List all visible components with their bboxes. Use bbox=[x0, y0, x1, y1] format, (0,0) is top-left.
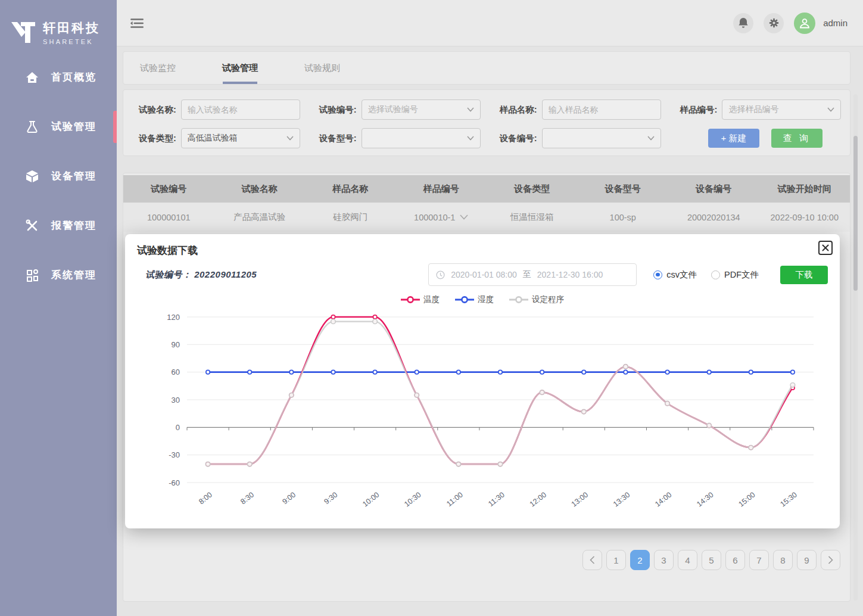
svg-text:13:30: 13:30 bbox=[612, 490, 631, 508]
sidebar-item-experiment[interactable]: 试验管理 bbox=[0, 102, 117, 151]
svg-text:12:00: 12:00 bbox=[528, 490, 548, 508]
legend-humidity[interactable]: 湿度 bbox=[455, 294, 494, 305]
sidebar-item-home[interactable]: 首页概览 bbox=[0, 52, 117, 102]
tab-experiment-manage[interactable]: 试验管理 bbox=[221, 52, 259, 84]
scrollbar-thumb[interactable] bbox=[853, 136, 858, 291]
next-page-button[interactable] bbox=[821, 550, 840, 570]
chevron-down-icon bbox=[467, 107, 474, 112]
svg-text:14:00: 14:00 bbox=[653, 490, 673, 508]
sample-no-label: 样品编号: bbox=[680, 104, 718, 116]
svg-text:90: 90 bbox=[172, 340, 180, 349]
legend-set-program[interactable]: 设定程序 bbox=[509, 294, 564, 305]
col-header: 设备类型 bbox=[487, 183, 578, 195]
settings-gear-button[interactable] bbox=[764, 13, 784, 33]
row-expand-chevron-icon[interactable] bbox=[460, 214, 468, 220]
col-header: 样品编号 bbox=[396, 183, 487, 195]
radio-dot-icon bbox=[653, 270, 662, 279]
sidebar: 轩田科技 SHARETEK 首页概览 试验管理 设备管理 bbox=[0, 0, 117, 616]
sidebar-item-system[interactable]: 系统管理 bbox=[0, 250, 117, 300]
plus-icon: + bbox=[721, 133, 727, 143]
flask-icon bbox=[25, 120, 39, 134]
page-button-2[interactable]: 2 bbox=[630, 550, 650, 570]
col-header: 试验开始时间 bbox=[759, 183, 850, 195]
device-type-select[interactable]: 高低温试验箱 bbox=[181, 128, 300, 148]
user-avatar[interactable] bbox=[794, 13, 815, 34]
scrollbar-track bbox=[853, 94, 858, 601]
clock-icon bbox=[436, 270, 445, 279]
chevron-down-icon bbox=[827, 107, 834, 112]
main-area: admin 试验监控 试验管理 试验规则 试验名称: 试验编号: bbox=[117, 0, 863, 616]
sidebar-item-alarm[interactable]: 报警管理 bbox=[0, 201, 117, 250]
svg-text:0: 0 bbox=[176, 423, 180, 432]
logo-title: 轩田科技 bbox=[43, 20, 100, 36]
date-separator: 至 bbox=[523, 269, 531, 280]
app-root: 轩田科技 SHARETEK 首页概览 试验管理 设备管理 bbox=[0, 0, 863, 616]
line-chart: 1209060300-30-608:008:309:009:3010:0010:… bbox=[137, 307, 828, 515]
page-button-3[interactable]: 3 bbox=[654, 550, 674, 570]
sidebar-item-label: 设备管理 bbox=[51, 169, 96, 183]
sample-no-select[interactable]: 选择样品编号 bbox=[722, 99, 841, 120]
page-button-9[interactable]: 9 bbox=[797, 550, 817, 570]
page-button-7[interactable]: 7 bbox=[749, 550, 769, 570]
query-button[interactable]: 查 询 bbox=[771, 129, 823, 148]
logo-subtitle: SHARETEK bbox=[43, 38, 100, 45]
sample-name-input[interactable] bbox=[542, 99, 661, 120]
date-range-picker[interactable]: 2020-01-01 08:00 至 2021-12-30 16:00 bbox=[428, 263, 637, 286]
sidebar-item-device[interactable]: 设备管理 bbox=[0, 151, 117, 201]
page-button-8[interactable]: 8 bbox=[773, 550, 793, 570]
exp-no-select[interactable]: 选择试验编号 bbox=[362, 99, 481, 120]
pdf-radio[interactable]: PDF文件 bbox=[711, 269, 759, 281]
grid-icon bbox=[25, 268, 39, 282]
tab-experiment-monitor[interactable]: 试验监控 bbox=[139, 52, 177, 84]
exp-name-input[interactable] bbox=[181, 99, 300, 120]
prev-page-button[interactable] bbox=[582, 550, 602, 570]
close-button[interactable] bbox=[818, 241, 833, 255]
csv-radio[interactable]: csv文件 bbox=[653, 269, 697, 281]
content-area: 试验监控 试验管理 试验规则 试验名称: 试验编号: 选择试验编号 bbox=[117, 46, 863, 616]
page-button-4[interactable]: 4 bbox=[678, 550, 697, 570]
download-dialog: 试验数据下载 试验编号： 202209011205 2020-01-01 08:… bbox=[125, 234, 840, 528]
new-button[interactable]: + 新建 bbox=[708, 129, 759, 148]
tabs-bar: 试验监控 试验管理 试验规则 bbox=[123, 51, 850, 85]
col-header: 试验名称 bbox=[214, 183, 306, 195]
svg-text:120: 120 bbox=[167, 313, 180, 322]
col-header: 样品名称 bbox=[305, 183, 396, 195]
page-button-6[interactable]: 6 bbox=[725, 550, 745, 570]
logo: 轩田科技 SHARETEK bbox=[0, 0, 117, 52]
sidebar-nav: 首页概览 试验管理 设备管理 报警管理 bbox=[0, 52, 117, 300]
chevron-down-icon bbox=[647, 136, 655, 141]
chevron-down-icon bbox=[286, 136, 294, 141]
device-model-label: 设备型号: bbox=[319, 133, 357, 144]
exp-name-label: 试验名称: bbox=[139, 104, 176, 116]
legend-temperature[interactable]: 温度 bbox=[401, 294, 440, 305]
svg-text:9:00: 9:00 bbox=[281, 490, 297, 506]
device-model-select[interactable] bbox=[362, 128, 481, 148]
date-start: 2020-01-01 08:00 bbox=[451, 270, 517, 279]
chevron-down-icon bbox=[467, 136, 474, 141]
page-button-1[interactable]: 1 bbox=[606, 550, 626, 570]
experiment-number: 试验编号： 202209011205 bbox=[145, 269, 257, 281]
col-header: 试验编号 bbox=[123, 183, 214, 195]
svg-text:30: 30 bbox=[172, 396, 180, 405]
dialog-title: 试验数据下载 bbox=[137, 244, 828, 257]
notification-bell-button[interactable] bbox=[733, 13, 753, 33]
svg-text:14:30: 14:30 bbox=[695, 490, 715, 508]
menu-fold-icon[interactable] bbox=[127, 14, 145, 32]
legend-marker-icon bbox=[455, 296, 474, 303]
sidebar-item-label: 报警管理 bbox=[51, 219, 96, 232]
download-button[interactable]: 下载 bbox=[780, 266, 828, 284]
close-icon bbox=[822, 244, 829, 251]
device-no-select[interactable] bbox=[542, 128, 661, 148]
tab-experiment-rules[interactable]: 试验规则 bbox=[303, 52, 341, 84]
svg-text:13:00: 13:00 bbox=[570, 490, 590, 508]
svg-text:10:30: 10:30 bbox=[403, 490, 422, 508]
page-button-5[interactable]: 5 bbox=[702, 550, 721, 570]
filter-panel: 试验名称: 试验编号: 选择试验编号 样品名称: bbox=[123, 89, 850, 156]
chevron-left-icon bbox=[590, 556, 595, 564]
svg-text:11:00: 11:00 bbox=[445, 490, 465, 508]
gear-icon bbox=[768, 17, 780, 29]
logo-icon bbox=[10, 20, 37, 45]
table-row[interactable]: 100000101 产品高温试验 硅胶阀门 1000010-1 恒温恒湿箱 10… bbox=[123, 203, 850, 232]
person-icon bbox=[799, 17, 811, 29]
svg-text:10:00: 10:00 bbox=[361, 490, 381, 508]
